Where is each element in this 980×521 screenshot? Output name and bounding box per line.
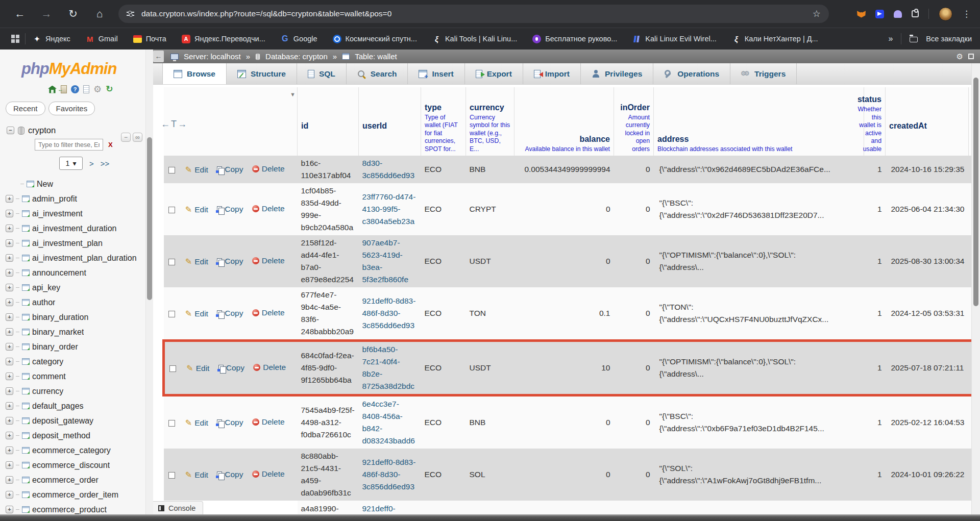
copy-link[interactable]: Copy: [218, 362, 244, 374]
column-name[interactable]: balance: [579, 134, 610, 144]
logout-icon[interactable]: [61, 85, 67, 93]
hide-panel-arrow[interactable]: ←: [153, 51, 164, 62]
page-settings-gear-icon[interactable]: ⚙: [957, 52, 963, 61]
bookmark-mail[interactable]: Почта: [133, 35, 166, 43]
delete-link[interactable]: Delete: [252, 163, 285, 175]
link-panel-icon[interactable]: ∞: [133, 133, 142, 142]
tab-triggers[interactable]: Triggers: [730, 63, 797, 84]
expand-icon[interactable]: +: [6, 491, 13, 499]
tab-import[interactable]: Import: [523, 63, 581, 84]
site-settings-icon[interactable]: [127, 11, 134, 17]
sidebar-table-ai_investment_plan_duration[interactable]: + ai_investment_plan_duration: [0, 251, 145, 265]
sidebar-table-comment[interactable]: + comment: [0, 369, 145, 384]
expand-icon[interactable]: +: [6, 269, 13, 277]
column-name[interactable]: id: [301, 121, 355, 131]
expand-icon[interactable]: [968, 54, 974, 59]
userid-link[interactable]: 921deff0-: [362, 503, 418, 515]
delete-link[interactable]: Delete: [252, 307, 285, 319]
column-header-type[interactable]: type Type of wallet (FIAT for fiat curre…: [421, 87, 466, 156]
bookmark-gmail[interactable]: Gmail: [86, 35, 118, 43]
row-checkbox[interactable]: [168, 167, 175, 173]
collapse-all-icon[interactable]: −: [121, 133, 131, 142]
sidebar-table-ai_investment[interactable]: + ai_investment: [0, 206, 145, 221]
forward-icon[interactable]: →: [39, 8, 54, 20]
tab-insert[interactable]: Insert: [408, 63, 464, 84]
expand-icon[interactable]: +: [6, 254, 13, 262]
column-header-balance[interactable]: balance Available balance in this wallet: [514, 87, 614, 156]
bookmark-star-icon[interactable]: ☆: [813, 8, 821, 19]
column-header-status[interactable]: status Whether this wallet is active and…: [864, 87, 886, 156]
sidebar-table-ecommerce_order_item[interactable]: + ecommerce_order_item: [0, 487, 145, 502]
row-checkbox[interactable]: [168, 207, 175, 213]
tab-export[interactable]: Export: [465, 63, 523, 84]
page-next-link[interactable]: >: [89, 159, 94, 168]
sidebar-table-ecommerce_order[interactable]: + ecommerce_order: [0, 473, 145, 487]
reload-icon[interactable]: ↻: [65, 8, 81, 20]
menu-kebab-icon[interactable]: ⋮: [962, 9, 971, 19]
home-icon[interactable]: [48, 86, 57, 93]
copy-link[interactable]: Copy: [217, 163, 243, 176]
column-name[interactable]: address: [657, 134, 860, 144]
expand-icon[interactable]: +: [6, 417, 13, 425]
row-checkbox[interactable]: [168, 472, 175, 479]
edit-link[interactable]: Edit: [185, 308, 208, 320]
recent-button[interactable]: Recent: [6, 102, 45, 115]
edit-link[interactable]: Edit: [185, 469, 208, 481]
edit-link[interactable]: Edit: [185, 256, 208, 268]
delete-link[interactable]: Delete: [252, 468, 285, 480]
sidebar-table-author[interactable]: + author: [0, 295, 145, 310]
expand-icon[interactable]: +: [6, 402, 13, 410]
userid-link[interactable]: 8d30-3c856dd6ed93: [362, 157, 418, 182]
sidebar-table-currency[interactable]: + currency: [0, 384, 145, 399]
column-header-inOrder[interactable]: inOrder Amount currently locked in open …: [614, 87, 654, 156]
expand-icon[interactable]: +: [6, 358, 13, 365]
expand-icon[interactable]: +: [6, 432, 13, 439]
sidebar-table-announcement[interactable]: + announcement: [0, 265, 145, 280]
sidebar-table-ecommerce_category[interactable]: + ecommerce_category: [0, 443, 145, 458]
tab-privileges[interactable]: Privileges: [581, 63, 653, 84]
expand-icon[interactable]: +: [6, 373, 13, 380]
edit-link[interactable]: Edit: [185, 204, 208, 216]
copy-link[interactable]: Copy: [217, 307, 243, 319]
userid-link[interactable]: 921deff0-8d83-486f-8d30-3c856dd6ed93: [362, 456, 418, 493]
bottom-scroll-strip[interactable]: [0, 514, 980, 521]
row-checkbox[interactable]: [168, 259, 175, 265]
column-header-currency[interactable]: currency Currency symbol for this wallet…: [466, 87, 514, 156]
sidebar-table-ai_investment_plan[interactable]: + ai_investment_plan: [0, 236, 145, 251]
address-bar[interactable]: data.crypton.ws/index.php?route=/sql&db=…: [118, 5, 829, 23]
sidebar-table-category[interactable]: + category: [0, 354, 145, 369]
column-header-id[interactable]: id: [298, 87, 359, 156]
metamask-icon[interactable]: [857, 10, 866, 18]
bookmark-sputnik[interactable]: Космический спутн...: [333, 35, 417, 43]
tab-browse[interactable]: Browse: [162, 63, 227, 84]
sidebar-table-default_pages[interactable]: + default_pages: [0, 399, 145, 413]
userid-link[interactable]: bf6b4a50-7c21-40f4-8b2e-8725a38d2bdc: [362, 343, 418, 392]
sidebar-table-deposit_gateway[interactable]: + deposit_gateway: [0, 413, 145, 428]
sidebar-table-binary_market[interactable]: + binary_market: [0, 325, 145, 339]
delete-link[interactable]: Delete: [252, 203, 285, 215]
row-action-toggle[interactable]: ←T→: [161, 119, 188, 130]
column-name[interactable]: userId: [362, 121, 417, 131]
bookmark-translate[interactable]: Яндекс.Переводчи...: [182, 35, 265, 43]
expand-icon[interactable]: +: [6, 225, 13, 232]
breadcrumb-table[interactable]: Table: wallet: [355, 52, 397, 61]
phpmyadmin-logo[interactable]: phpMyAdmin: [21, 60, 145, 78]
expand-icon[interactable]: +: [6, 284, 13, 291]
expand-icon[interactable]: +: [6, 328, 13, 336]
help-icon[interactable]: ?: [71, 85, 79, 93]
documentation-icon[interactable]: [83, 85, 89, 93]
bookmark-google[interactable]: Google: [281, 35, 317, 43]
breadcrumb-database[interactable]: Database: crypton: [265, 52, 328, 61]
back-icon[interactable]: ←: [12, 8, 28, 20]
delete-link[interactable]: Delete: [252, 255, 285, 267]
settings-gear-icon[interactable]: ⚙: [93, 85, 102, 93]
home-icon[interactable]: ⌂: [92, 8, 107, 20]
bookmark-guard[interactable]: Бесплатное руково...: [532, 35, 617, 43]
userid-link[interactable]: 23ff7760-d474-4130-99f5-c3804a5eb23a: [362, 191, 418, 228]
column-header-address[interactable]: address Blockchain addresses associated …: [654, 87, 864, 156]
column-header-userId[interactable]: userId: [359, 87, 421, 156]
column-name[interactable]: status: [857, 94, 881, 105]
tab-sql[interactable]: SQL: [297, 63, 347, 84]
expand-icon[interactable]: +: [6, 387, 13, 395]
sidebar-table-binary_order[interactable]: + binary_order: [0, 339, 145, 354]
